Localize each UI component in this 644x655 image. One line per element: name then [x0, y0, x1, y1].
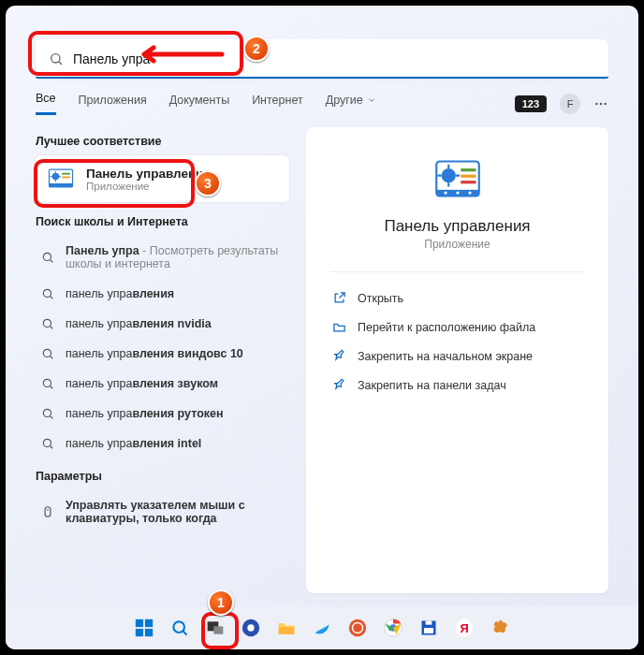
suggestion-3[interactable]: панель управления виндовс 10 [36, 339, 289, 369]
tab-documents[interactable]: Документы [169, 94, 229, 114]
svg-rect-42 [426, 621, 432, 625]
avatar[interactable]: F [560, 94, 580, 114]
best-match-heading: Лучшее соответствие [36, 135, 289, 148]
taskbar-save-icon[interactable] [416, 615, 442, 641]
svg-point-11 [43, 319, 51, 327]
preview-subtitle: Приложение [330, 238, 584, 251]
search-icon [41, 317, 54, 330]
suggestion-5[interactable]: панель управления рутокен [36, 399, 289, 429]
suggestion-1[interactable]: панель управления [36, 279, 289, 309]
svg-rect-26 [136, 619, 143, 627]
best-match-card[interactable]: Панель управления Приложение [36, 155, 289, 202]
svg-rect-28 [136, 629, 143, 636]
pin-icon [332, 378, 346, 392]
preview-title: Панель управления [330, 217, 584, 236]
svg-point-12 [43, 349, 51, 357]
suggestion-6[interactable]: панель управления intel [36, 429, 289, 458]
annotation-1: 1 [208, 590, 234, 616]
taskbar-app-icon[interactable] [309, 615, 335, 641]
annotation-2: 2 [243, 36, 270, 62]
tab-apps[interactable]: Приложения [79, 94, 147, 114]
svg-point-13 [43, 379, 51, 386]
best-match-subtitle: Приложение [86, 181, 211, 192]
chevron-down-icon [367, 95, 376, 105]
svg-point-23 [444, 191, 446, 194]
svg-text:Я: Я [460, 621, 468, 635]
svg-point-0 [51, 54, 60, 63]
svg-rect-21 [461, 181, 476, 183]
tab-more[interactable]: Другие [326, 94, 376, 114]
action-label: Открыть [358, 292, 403, 305]
settings-label: Управлять указателем мыши с клавиатуры, … [66, 499, 284, 525]
annotation-3: 3 [195, 170, 221, 196]
preview-app-icon [433, 155, 482, 204]
suggestion-label: панель управления виндовс 10 [66, 347, 243, 360]
action-pin-taskbar[interactable]: Закрепить на панели задач [330, 371, 584, 400]
svg-point-9 [43, 253, 51, 260]
badge-123[interactable]: 123 [515, 95, 547, 112]
taskbar-app-icon[interactable] [238, 615, 264, 641]
search-icon [49, 51, 64, 66]
search-icon [41, 287, 54, 300]
taskbar-app-icon[interactable] [487, 615, 513, 641]
svg-rect-8 [50, 183, 73, 187]
svg-rect-27 [145, 619, 153, 627]
tab-all[interactable]: Все [36, 92, 56, 115]
taskbar-app-icon[interactable] [344, 615, 371, 641]
open-icon [332, 291, 346, 305]
action-file-location[interactable]: Перейти к расположению файла [330, 313, 584, 342]
taskbar-yandex-icon[interactable]: Я [451, 615, 477, 641]
svg-point-3 [604, 102, 606, 104]
results-column: Лучшее соответствие Панель управления Пр… [36, 127, 289, 593]
svg-rect-35 [279, 627, 295, 634]
search-icon [41, 437, 54, 450]
svg-point-5 [52, 173, 60, 181]
search-underline [36, 77, 608, 79]
annotation-arrow [133, 45, 227, 64]
search-field[interactable] [36, 39, 608, 79]
svg-rect-7 [62, 177, 70, 179]
action-label: Перейти к расположению файла [358, 321, 535, 334]
settings-heading: Параметры [36, 470, 289, 483]
preview-panel: Панель управления Приложение Открыть Пер… [306, 127, 608, 593]
svg-rect-6 [62, 173, 70, 175]
action-label: Закрепить на панели задач [358, 379, 506, 392]
best-match-title: Панель управления [86, 167, 211, 181]
action-open[interactable]: Открыть [330, 284, 584, 313]
suggestion-label: Панель упра - Посмотреть результаты школ… [66, 244, 284, 270]
search-icon [41, 377, 54, 390]
tab-internet[interactable]: Интернет [252, 94, 303, 114]
taskbar-explorer-icon[interactable] [273, 615, 300, 641]
suggestion-2[interactable]: панель управления nvidia [36, 309, 289, 339]
taskbar-start-icon[interactable] [131, 615, 157, 641]
svg-point-14 [43, 409, 51, 416]
settings-item[interactable]: Управлять указателем мыши с клавиатуры, … [36, 490, 289, 533]
suggestion-label: панель управления nvidia [66, 317, 212, 330]
taskbar-taskview-icon[interactable] [202, 615, 228, 641]
suggestion-0[interactable]: Панель упра - Посмотреть результаты школ… [36, 236, 289, 279]
suggestion-label: панель управления intel [66, 437, 201, 450]
svg-rect-19 [461, 168, 476, 171]
folder-icon [332, 320, 346, 334]
control-panel-icon [47, 165, 75, 193]
taskbar: Я [6, 606, 638, 649]
taskbar-search-icon[interactable] [167, 615, 193, 641]
action-pin-start[interactable]: Закрепить на начальном экране [330, 342, 584, 371]
suggestion-4[interactable]: панель управления звуком [36, 369, 289, 399]
window-frame: Все Приложения Документы Интернет Другие… [6, 6, 638, 649]
search-icon [41, 407, 54, 420]
suggestion-label: панель управления рутокен [66, 407, 224, 420]
svg-point-36 [349, 619, 366, 636]
svg-point-24 [456, 191, 459, 194]
svg-point-18 [441, 168, 455, 182]
svg-point-10 [43, 289, 51, 297]
more-icon[interactable] [593, 96, 608, 111]
svg-point-1 [595, 102, 597, 104]
search-icon [41, 347, 54, 360]
svg-rect-16 [45, 507, 51, 517]
svg-point-25 [468, 191, 471, 194]
filter-tabs: Все Приложения Документы Интернет Другие… [36, 92, 608, 115]
pin-icon [332, 349, 346, 363]
mouse-icon [41, 505, 54, 518]
taskbar-chrome-icon[interactable] [380, 615, 406, 641]
